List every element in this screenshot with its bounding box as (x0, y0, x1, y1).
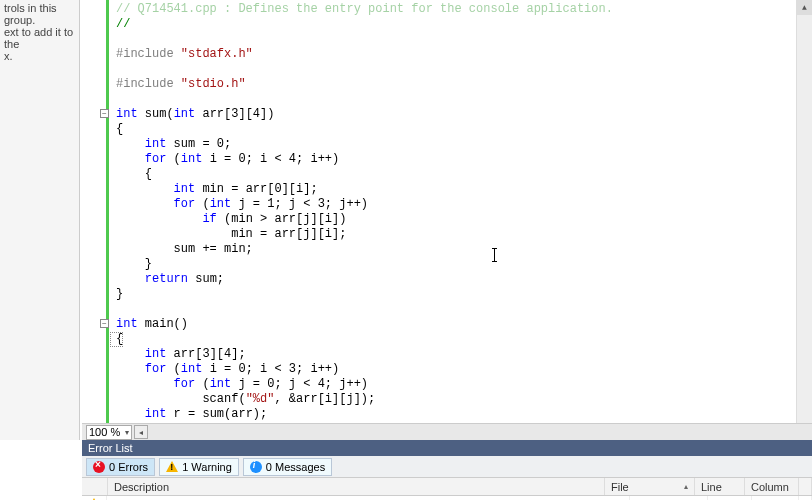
code-content[interactable]: { (110, 167, 152, 182)
errors-filter-button[interactable]: 0 Errors (86, 458, 155, 476)
code-line[interactable]: { (86, 122, 796, 137)
code-line[interactable] (86, 32, 796, 47)
code-line[interactable]: { (86, 332, 796, 347)
code-content[interactable]: if (min > arr[j][i]) (110, 212, 346, 227)
code-line[interactable] (86, 92, 796, 107)
messages-filter-button[interactable]: 0 Messages (243, 458, 332, 476)
code-content[interactable]: int min = arr[0][i]; (110, 182, 318, 197)
error-list-title: Error List (88, 442, 133, 454)
code-line[interactable]: int arr[3][4]; (86, 347, 796, 362)
column-project[interactable] (799, 478, 812, 495)
code-line[interactable] (86, 302, 796, 317)
code-line[interactable]: #include "stdafx.h" (86, 47, 796, 62)
sort-ascending-icon: ▴ (684, 482, 688, 491)
code-content[interactable]: for (int i = 0; i < 4; i++) (110, 152, 339, 167)
text-caret (494, 248, 495, 262)
code-content[interactable]: for (int j = 1; j < 3; j++) (110, 197, 368, 212)
code-line[interactable]: // (86, 17, 796, 32)
row-line: 27 (708, 496, 752, 500)
code-line[interactable]: int sum = 0; (86, 137, 796, 152)
code-line[interactable]: // Q714541.cpp : Defines the entry point… (86, 2, 796, 17)
errors-filter-label: 0 Errors (109, 461, 148, 473)
code-editor[interactable]: // Q714541.cpp : Defines the entry point… (82, 0, 812, 440)
error-list-header-row[interactable]: Description File▴ Line Column (82, 478, 812, 496)
code-editor-viewport[interactable]: // Q714541.cpp : Defines the entry point… (86, 0, 796, 422)
code-line[interactable]: scanf("%d", &arr[i][j]); (86, 392, 796, 407)
column-description[interactable]: Description (108, 478, 605, 495)
error-list-toolbar: 0 Errors 1 Warning 0 Messages (82, 456, 812, 478)
row-description: warning C4996: 'scanf': This function or… (107, 496, 630, 500)
code-content[interactable]: scanf("%d", &arr[i][j]); (110, 392, 375, 407)
left-panel-text: x. (4, 50, 75, 62)
code-content[interactable]: for (int i = 0; i < 3; i++) (110, 362, 339, 377)
error-list-row[interactable]: warning C4996: 'scanf': This function or… (82, 496, 812, 500)
column-severity[interactable] (82, 478, 108, 495)
info-icon (250, 461, 262, 473)
code-content[interactable]: for (int j = 0; j < 4; j++) (110, 377, 368, 392)
row-column: 1 (752, 496, 799, 500)
code-line[interactable]: { (86, 167, 796, 182)
code-line[interactable]: for (int j = 1; j < 3; j++) (86, 197, 796, 212)
row-file: q714541.cpp (630, 496, 708, 500)
outline-collapse-icon[interactable]: − (100, 319, 109, 328)
code-content[interactable]: int sum(int arr[3][4]) (110, 107, 274, 122)
code-content[interactable]: { (110, 122, 123, 137)
scroll-left-button[interactable]: ◂ (134, 425, 148, 439)
editor-zoom-bar: 100 % ▾ ◂ (82, 423, 812, 440)
code-content[interactable]: int arr[3][4]; (110, 347, 246, 362)
column-file[interactable]: File▴ (605, 478, 695, 495)
code-content[interactable]: } (110, 287, 123, 302)
code-content[interactable]: // (110, 17, 130, 32)
code-line[interactable]: } (86, 257, 796, 272)
code-line[interactable]: −int main() (86, 317, 796, 332)
error-icon (93, 461, 105, 473)
code-line[interactable]: } (86, 287, 796, 302)
code-line[interactable]: int min = arr[0][i]; (86, 182, 796, 197)
code-content[interactable]: int main() (110, 317, 188, 332)
code-line[interactable]: for (int i = 0; i < 3; i++) (86, 362, 796, 377)
scroll-up-button[interactable]: ▲ (797, 0, 812, 15)
error-list-panel: Error List 0 Errors 1 Warning 0 Messages… (82, 440, 812, 500)
left-panel-text: ext to add it to the (4, 26, 75, 50)
column-column[interactable]: Column (745, 478, 799, 495)
code-line[interactable]: int r = sum(arr); (86, 407, 796, 422)
error-list-title-bar[interactable]: Error List (82, 440, 812, 456)
code-line[interactable]: return sum; (86, 272, 796, 287)
outline-collapse-icon[interactable]: − (100, 109, 109, 118)
code-content[interactable]: sum += min; (110, 242, 253, 257)
chevron-down-icon: ▾ (125, 428, 129, 437)
vertical-scrollbar[interactable]: ▲ (796, 0, 812, 423)
code-line[interactable] (86, 62, 796, 77)
code-content[interactable]: int r = sum(arr); (110, 407, 267, 422)
code-content[interactable]: #include "stdio.h" (110, 77, 246, 92)
code-line[interactable]: if (min > arr[j][i]) (86, 212, 796, 227)
code-content[interactable]: { (110, 332, 123, 347)
code-line[interactable]: −int sum(int arr[3][4]) (86, 107, 796, 122)
code-line[interactable]: for (int j = 0; j < 4; j++) (86, 377, 796, 392)
code-line[interactable]: min = arr[j][i]; (86, 227, 796, 242)
code-content[interactable]: } (110, 257, 152, 272)
warning-icon (166, 461, 178, 472)
messages-filter-label: 0 Messages (266, 461, 325, 473)
warnings-filter-button[interactable]: 1 Warning (159, 458, 239, 476)
left-side-panel: trols in this group. ext to add it to th… (0, 0, 80, 440)
left-panel-text: trols in this group. (4, 2, 75, 26)
zoom-level-select[interactable]: 100 % ▾ (86, 425, 132, 440)
warnings-filter-label: 1 Warning (182, 461, 232, 473)
code-content[interactable]: int sum = 0; (110, 137, 231, 152)
column-line[interactable]: Line (695, 478, 745, 495)
code-line[interactable]: for (int i = 0; i < 4; i++) (86, 152, 796, 167)
code-content[interactable]: // Q714541.cpp : Defines the entry point… (110, 2, 613, 17)
code-content[interactable]: min = arr[j][i]; (110, 227, 346, 242)
zoom-level-value: 100 % (89, 426, 120, 438)
code-line[interactable]: #include "stdio.h" (86, 77, 796, 92)
code-line[interactable]: sum += min; (86, 242, 796, 257)
code-content[interactable]: #include "stdafx.h" (110, 47, 253, 62)
code-content[interactable]: return sum; (110, 272, 224, 287)
